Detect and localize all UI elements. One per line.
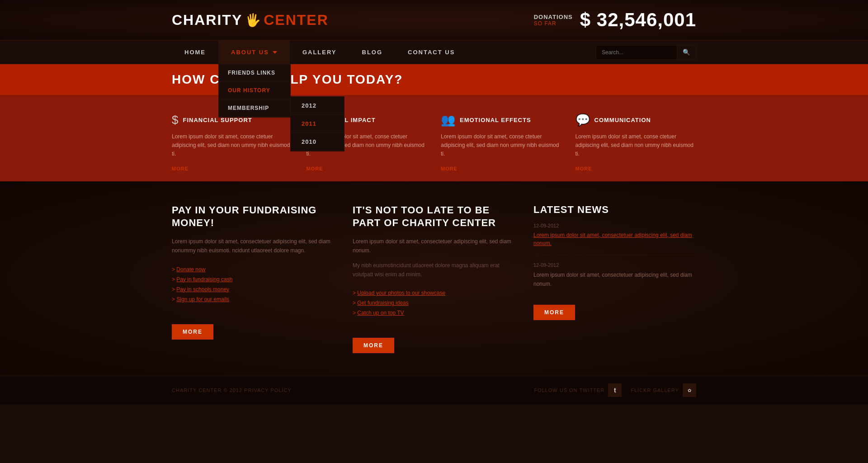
dollar-icon: $ — [172, 113, 178, 127]
twitter-icon[interactable]: t — [608, 383, 622, 397]
donations-label-top: DONATIONS — [534, 14, 573, 20]
donate-now-link[interactable]: Donate now — [176, 266, 205, 273]
list-item: Pay in schools money — [172, 284, 335, 294]
flickr-icon[interactable]: ✿ — [683, 383, 696, 397]
news-link-1[interactable]: Lorem ipsum dolor sit amet, consectetuer… — [533, 231, 696, 247]
footer-copyright: CHARITY CENTER © 2012 PRIVACY POLICY — [172, 387, 292, 393]
fundraising-text: Lorem ipsum dolor sit amet, consectetuer… — [172, 237, 335, 255]
fundraising-links: Donate now Pay in fundraising cash Pay i… — [172, 265, 335, 304]
nav-item-contact[interactable]: CONTACT US — [395, 41, 467, 64]
news-title: LATEST NEWS — [533, 204, 696, 216]
dropdown-friends-links[interactable]: FRIENDS LINKS — [219, 64, 290, 82]
upload-photos-link[interactable]: Upload your photos to our showcase — [357, 290, 445, 296]
fundraising-title: PAY IN YOUR FUNDRAISING MONEY! — [172, 204, 335, 230]
flickr-social: FLICKR GALLERY ✿ — [631, 383, 696, 397]
nav-item-blog[interactable]: BLOG — [349, 41, 396, 64]
nav-item-home[interactable]: HOME — [172, 41, 218, 64]
news-more-button[interactable]: MORE — [533, 305, 575, 320]
feature-emotional: 👥 EMOTIONAL EFFECTS Lorem ipsum dolor si… — [441, 113, 562, 172]
logo-charity: CHARITY — [172, 12, 242, 28]
year-2011[interactable]: 2011 — [291, 115, 344, 133]
footer: CHARITY CENTER © 2012 PRIVACY POLICY FOL… — [0, 376, 868, 404]
about-dropdown: FRIENDS LINKS OUR HISTORY 2012 2011 2010… — [218, 64, 291, 118]
feature-financial-title: FINANCIAL SUPPORT — [183, 117, 252, 123]
feature-global-more[interactable]: MORE — [307, 166, 323, 171]
feature-communication-text: Lorem ipsum dolor sit amet, conse ctetue… — [576, 132, 697, 159]
dropdown-membership[interactable]: MEMBERSHIP — [219, 99, 290, 117]
news-text-2: Lorem ipsum dolor sit amet, consectetuer… — [533, 270, 696, 289]
list-item: Get fundraising ideas — [353, 298, 515, 308]
charity-more-button[interactable]: MORE — [353, 338, 394, 353]
feature-emotional-title: EMOTIONAL EFFECTS — [460, 117, 531, 123]
list-item: Donate now — [172, 265, 335, 274]
charity-italic-text: My nibh euismotincidunt utlaoreet dolore… — [353, 261, 515, 279]
charity-links: Upload your photos to our showcase Get f… — [353, 288, 515, 318]
twitter-label: FOLLOW US ON TWITTER — [534, 387, 604, 393]
nav-bar: HOME ABOUT US FRIENDS LINKS OUR HISTORY … — [0, 40, 868, 64]
people-icon: 👥 — [441, 113, 455, 127]
feature-financial: $ FINANCIAL SUPPORT Lorem ipsum dolor si… — [172, 113, 293, 172]
donations-amount: $ 32,546,001 — [580, 9, 696, 31]
donations-label-bottom: SO FAR — [534, 20, 573, 27]
divider — [533, 255, 696, 255]
nav-item-about-label: ABOUT US — [231, 49, 269, 56]
dropdown-our-history[interactable]: OUR HISTORY 2012 2011 2010 — [219, 82, 290, 99]
fundraising-column: PAY IN YOUR FUNDRAISING MONEY! Lorem ips… — [172, 204, 335, 354]
charity-text: Lorem ipsum dolor sit amet, consectetuer… — [353, 237, 515, 255]
nav-item-about[interactable]: ABOUT US FRIENDS LINKS OUR HISTORY 2012 … — [218, 41, 290, 64]
year-2012[interactable]: 2012 — [291, 97, 344, 115]
year-2010[interactable]: 2010 — [291, 133, 344, 151]
news-date-2: 12-09-2012 — [533, 262, 696, 268]
flickr-label: FLICKR GALLERY — [631, 387, 679, 393]
footer-right: FOLLOW US ON TWITTER t FLICKR GALLERY ✿ — [534, 383, 696, 397]
news-column: LATEST NEWS 12-09-2012 Lorem ipsum dolor… — [533, 204, 696, 354]
features-section: $ FINANCIAL SUPPORT Lorem ipsum dolor si… — [0, 95, 868, 181]
list-item: Catch up on top TV — [353, 308, 515, 318]
hand-icon: 🖐 — [245, 13, 261, 28]
pay-schools-link[interactable]: Pay in schools money — [176, 286, 229, 293]
feature-communication-title: COMMUNICATION — [594, 117, 651, 123]
header: CHARITY 🖐 CENTER DONATIONS SO FAR $ 32,5… — [0, 0, 868, 40]
history-sub-dropdown: 2012 2011 2010 — [290, 96, 344, 151]
charity-column: IT'S NOT TOO LATE TO BE PART OF CHARITY … — [353, 204, 515, 354]
red-banner: HOW CAN WE HELP YOU TODAY? — [0, 64, 868, 95]
feature-financial-text: Lorem ipsum dolor sit amet, conse ctetue… — [172, 132, 293, 159]
feature-emotional-text: Lorem ipsum dolor sit amet, conse ctetue… — [441, 132, 562, 159]
search-box: 🔍 — [596, 45, 696, 60]
signup-emails-link[interactable]: Sign up for our emails — [176, 296, 229, 302]
donations-area: DONATIONS SO FAR $ 32,546,001 — [534, 9, 696, 31]
fundraising-more-button[interactable]: MORE — [172, 324, 213, 340]
list-item: Upload your photos to our showcase — [353, 288, 515, 298]
main-content: PAY IN YOUR FUNDRAISING MONEY! Lorem ips… — [0, 181, 868, 376]
list-item: Pay in fundraising cash — [172, 274, 335, 284]
search-input[interactable] — [596, 45, 677, 60]
donations-label: DONATIONS SO FAR — [534, 14, 573, 27]
logo: CHARITY 🖐 CENTER — [172, 12, 329, 28]
news-date-1: 12-09-2012 — [533, 223, 696, 228]
feature-communication-more[interactable]: MORE — [576, 166, 592, 171]
charity-title: IT'S NOT TOO LATE TO BE PART OF CHARITY … — [353, 204, 515, 230]
feature-financial-more[interactable]: MORE — [172, 166, 189, 171]
list-item: Sign up for our emails — [172, 294, 335, 304]
twitter-social: FOLLOW US ON TWITTER t — [534, 383, 622, 397]
search-button[interactable]: 🔍 — [677, 45, 696, 60]
chevron-down-icon — [273, 51, 277, 54]
nav-links: HOME ABOUT US FRIENDS LINKS OUR HISTORY … — [172, 41, 467, 64]
feature-communication: 💬 COMMUNICATION Lorem ipsum dolor sit am… — [576, 113, 697, 172]
catch-up-tv-link[interactable]: Catch up on top TV — [357, 310, 404, 316]
fundraising-ideas-link[interactable]: Get fundraising ideas — [357, 300, 408, 306]
nav-item-gallery[interactable]: GALLERY — [290, 41, 349, 64]
feature-emotional-more[interactable]: MORE — [441, 166, 458, 171]
pay-in-cash-link[interactable]: Pay in fundraising cash — [176, 276, 232, 283]
search-icon: 🔍 — [683, 49, 690, 56]
chat-icon: 💬 — [576, 113, 590, 127]
logo-center: CENTER — [264, 12, 329, 28]
